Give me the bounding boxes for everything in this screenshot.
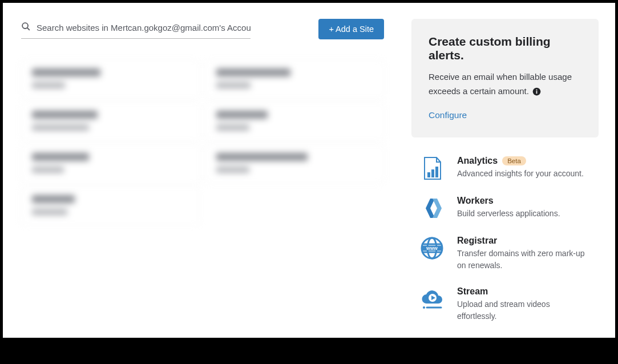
info-icon[interactable] — [532, 87, 541, 96]
svg-point-0 — [22, 23, 28, 29]
svg-marker-9 — [433, 199, 442, 218]
svg-point-4 — [536, 90, 538, 91]
svg-line-1 — [27, 28, 30, 30]
site-card[interactable] — [21, 187, 200, 225]
registrar-icon: WWW — [419, 236, 445, 261]
product-title: Registrar — [457, 236, 497, 246]
workers-icon — [419, 196, 445, 221]
svg-rect-7 — [435, 167, 438, 177]
billing-alert-panel: Create custom billing alerts. Receive an… — [411, 19, 599, 137]
product-title: Stream — [457, 286, 488, 297]
search-input[interactable] — [37, 23, 251, 33]
product-title: Analytics — [457, 156, 498, 166]
add-site-button[interactable]: + Add a Site — [318, 19, 384, 39]
site-card[interactable] — [205, 102, 384, 141]
svg-rect-6 — [431, 169, 434, 177]
product-analytics[interactable]: Analytics Beta Advanced insights for you… — [419, 156, 591, 181]
site-card[interactable] — [205, 144, 384, 183]
svg-point-18 — [423, 306, 425, 309]
product-title: Workers — [457, 196, 494, 206]
svg-text:WWW: WWW — [426, 246, 438, 250]
product-desc: Upload and stream videos effortlessly. — [457, 298, 591, 322]
product-desc: Transfer domains with zero mark-up on re… — [457, 248, 591, 272]
billing-alert-title: Create custom billing alerts. — [429, 35, 581, 62]
site-card[interactable] — [21, 60, 200, 99]
svg-rect-5 — [427, 172, 430, 177]
configure-link[interactable]: Configure — [429, 110, 467, 120]
stream-icon — [419, 286, 445, 312]
product-workers[interactable]: Workers Build serverless applications. — [419, 196, 591, 221]
svg-marker-8 — [426, 199, 435, 218]
site-card[interactable] — [21, 102, 200, 141]
product-stream[interactable]: Stream Upload and stream videos effortle… — [419, 286, 591, 322]
svg-rect-3 — [536, 91, 538, 94]
product-registrar[interactable]: WWW Registrar Transfer domains with zero… — [419, 236, 591, 272]
search-icon — [21, 22, 31, 34]
site-card[interactable] — [21, 144, 200, 183]
analytics-icon — [419, 156, 445, 181]
billing-alert-body: Receive an email when billable usage exc… — [429, 70, 581, 99]
product-desc: Advanced insights for your account. — [457, 168, 591, 180]
site-grid — [21, 60, 384, 225]
site-card[interactable] — [205, 60, 384, 99]
product-desc: Build serverless applications. — [457, 208, 591, 220]
beta-badge: Beta — [502, 156, 526, 165]
